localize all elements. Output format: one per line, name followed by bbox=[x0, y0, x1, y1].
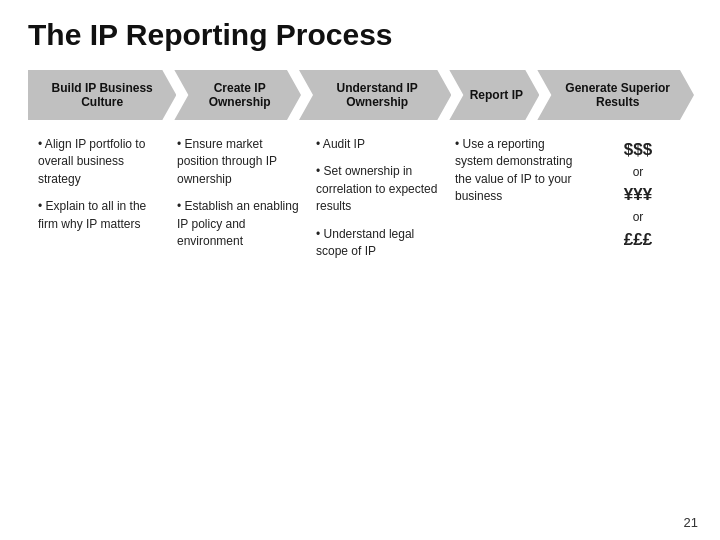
arrow-generate: Generate Superior Results bbox=[537, 70, 694, 120]
content-row: • Align IP portfolio to overall business… bbox=[28, 132, 692, 270]
process-area: Build IP Business Culture Create IP Owne… bbox=[28, 70, 692, 270]
report-bullet-1: • Use a reporting system demonstrating t… bbox=[455, 136, 578, 206]
understand-bullet-2: • Set ownership in correlation to expect… bbox=[316, 163, 439, 215]
arrows-row: Build IP Business Culture Create IP Owne… bbox=[28, 70, 692, 120]
build-bullet-2: • Explain to all in the firm why IP matt… bbox=[38, 198, 161, 233]
col-generate: $$$ or ¥¥¥ or £££ bbox=[584, 132, 692, 254]
arrow-understand: Understand IP Ownership bbox=[299, 70, 451, 120]
arrow-report: Report IP bbox=[449, 70, 539, 120]
create-bullet-1: • Ensure market position through IP owne… bbox=[177, 136, 300, 188]
col-understand: • Audit IP • Set ownership in correlatio… bbox=[306, 132, 445, 270]
understand-bullet-3: • Understand legal scope of IP bbox=[316, 226, 439, 261]
create-bullet-2: • Establish an enabling IP policy and en… bbox=[177, 198, 300, 250]
page-title: The IP Reporting Process bbox=[28, 18, 692, 52]
col-create: • Ensure market position through IP owne… bbox=[167, 132, 306, 260]
page: The IP Reporting Process Build IP Busine… bbox=[0, 0, 720, 280]
page-number: 21 bbox=[684, 515, 698, 530]
or-line-2: or bbox=[633, 208, 644, 226]
money-line-1: $$$ bbox=[624, 136, 652, 163]
or-line-1: or bbox=[633, 163, 644, 181]
arrow-create: Create IP Ownership bbox=[174, 70, 301, 120]
col-build: • Align IP portfolio to overall business… bbox=[28, 132, 167, 243]
arrow-build: Build IP Business Culture bbox=[28, 70, 176, 120]
build-bullet-1: • Align IP portfolio to overall business… bbox=[38, 136, 161, 188]
money-line-2: ¥¥¥ bbox=[624, 181, 652, 208]
money-line-3: £££ bbox=[624, 226, 652, 253]
understand-bullet-1: • Audit IP bbox=[316, 136, 439, 153]
col-report: • Use a reporting system demonstrating t… bbox=[445, 132, 584, 216]
